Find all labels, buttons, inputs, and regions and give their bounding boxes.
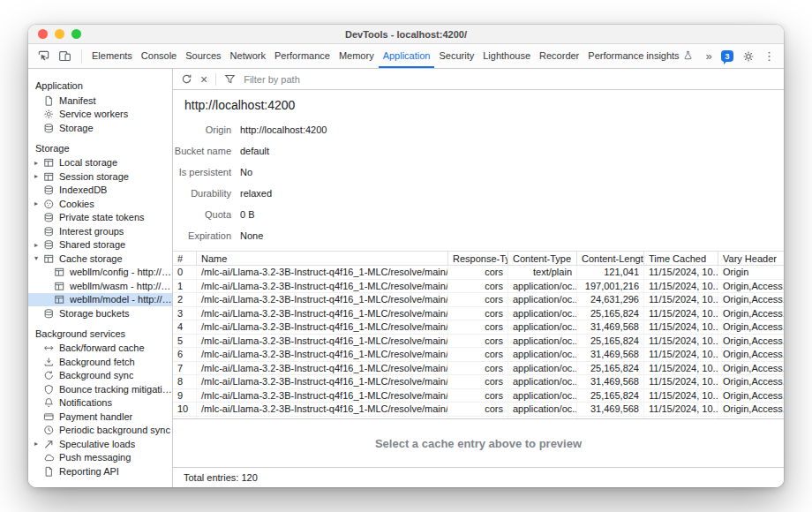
tab-recorder[interactable]: Recorder <box>535 44 583 68</box>
messages-badge[interactable]: 3 <box>721 50 733 62</box>
tab-performance[interactable]: Performance <box>270 44 335 68</box>
more-tabs-chevrons[interactable]: » <box>705 50 711 62</box>
sidebar-item-reporting-api[interactable]: Reporting API <box>28 464 172 478</box>
sidebar-item-webllm-model-http-loc[interactable]: webllm/model - http://loc... <box>28 293 172 307</box>
expand-expanded-icon[interactable]: ▾ <box>34 254 43 262</box>
cell-name: /mlc-ai/Llama-3.2-3B-Instruct-q4f16_1-ML… <box>196 280 447 293</box>
sidebar-item-periodic-background-sync[interactable]: Periodic background sync <box>28 424 172 438</box>
cache-entry-row[interactable]: 10/mlc-ai/Llama-3.2-3B-Instruct-q4f16_1-… <box>173 403 784 417</box>
detail-row-is-persistent: Is persistentNo <box>173 162 784 183</box>
cache-entry-row[interactable]: 8/mlc-ai/Llama-3.2-3B-Instruct-q4f16_1-M… <box>173 375 784 389</box>
sidebar-item-back-forward-cache[interactable]: Back/forward cache <box>28 342 172 356</box>
sidebar-item-background-sync[interactable]: Background sync <box>28 369 172 383</box>
cell-content-length: 25,165,824 <box>576 389 643 403</box>
tab-label: Sources <box>185 50 221 61</box>
cache-entry-row[interactable]: 9/mlc-ai/Llama-3.2-3B-Instruct-q4f16_1-M… <box>173 389 784 403</box>
column-header-name[interactable]: Name <box>196 252 447 265</box>
delete-icon[interactable]: × <box>200 73 207 86</box>
tab-application[interactable]: Application <box>379 44 435 68</box>
tab-lighthouse[interactable]: Lighthouse <box>478 44 535 68</box>
cell-content-type: application/oc... <box>508 375 576 388</box>
more-options-kebab-icon[interactable]: ⋮ <box>763 50 775 62</box>
sidebar-item-service-workers[interactable]: Service workers <box>28 108 172 122</box>
cloud-icon <box>43 452 56 463</box>
sidebar-item-label: IndexedDB <box>59 184 107 195</box>
sidebar-item-webllm-wasm-http-loca[interactable]: webllm/wasm - http://loca... <box>28 279 172 293</box>
tab-security[interactable]: Security <box>434 44 478 68</box>
cache-toolbar: × <box>173 69 784 90</box>
filter-input[interactable] <box>244 74 438 85</box>
column-header-vary-header[interactable]: Vary Header <box>718 252 784 265</box>
inspect-icon[interactable] <box>37 49 50 63</box>
tab-console[interactable]: Console <box>137 44 181 68</box>
tab-network[interactable]: Network <box>226 44 270 68</box>
cell-time-cached: 11/15/2024, 10... <box>643 403 718 416</box>
cell-time-cached: 11/15/2024, 10... <box>643 266 718 279</box>
statusbar: Total entries: 120 <box>173 467 784 487</box>
table-icon <box>43 157 56 169</box>
cell-content-length: 121,041 <box>576 266 643 279</box>
sidebar-item-label: Back/forward cache <box>59 343 145 353</box>
cell-num: 9 <box>173 389 196 403</box>
cell-name: /mlc-ai/Llama-3.2-3B-Instruct-q4f16_1-ML… <box>196 375 447 388</box>
sidebar-item-label: webllm/wasm - http://loca... <box>70 281 172 291</box>
refresh-icon[interactable] <box>181 73 192 85</box>
expand-collapsed-icon[interactable]: ▸ <box>34 200 43 207</box>
close-button[interactable] <box>38 29 48 39</box>
tab-performance-insights[interactable]: Performance insights <box>583 44 696 68</box>
sidebar-item-speculative-loads[interactable]: ▸Speculative loads <box>28 437 172 451</box>
sidebar-item-private-state-tokens[interactable]: Private state tokens <box>28 211 172 225</box>
zoom-button[interactable] <box>71 29 81 39</box>
sidebar-item-payment-handler[interactable]: Payment handler <box>28 410 172 424</box>
expand-collapsed-icon[interactable]: ▸ <box>34 172 43 180</box>
sidebar-item-cache-storage[interactable]: ▾Cache storage <box>28 252 172 266</box>
cache-entry-row[interactable]: 1/mlc-ai/Llama-3.2-3B-Instruct-q4f16_1-M… <box>173 280 784 294</box>
cell-vary-header: Origin,Access... <box>718 348 784 361</box>
settings-gear-icon[interactable] <box>742 50 755 63</box>
column-header-response-type[interactable]: Response-Type <box>447 252 508 265</box>
sidebar-item-shared-storage[interactable]: ▸Shared storage <box>28 238 172 252</box>
cache-entry-row[interactable]: 2/mlc-ai/Llama-3.2-3B-Instruct-q4f16_1-M… <box>173 293 784 307</box>
cell-vary-header: Origin,Access... <box>718 362 784 375</box>
cache-entry-row[interactable]: 0/mlc-ai/Llama-3.2-3B-Instruct-q4f16_1-M… <box>173 266 784 280</box>
minimize-button[interactable] <box>55 29 64 39</box>
sidebar-item-storage-buckets[interactable]: Storage buckets <box>28 306 172 320</box>
cache-entry-row[interactable]: 3/mlc-ai/Llama-3.2-3B-Instruct-q4f16_1-M… <box>173 307 784 321</box>
tab-elements[interactable]: Elements <box>87 44 137 68</box>
column-header-num[interactable]: # <box>173 252 196 265</box>
sidebar-item-cookies[interactable]: ▸Cookies <box>28 197 172 211</box>
sidebar-item-session-storage[interactable]: ▸Session storage <box>28 169 172 184</box>
tab-label: Console <box>141 50 177 61</box>
device-toolbar-icon[interactable] <box>58 49 71 63</box>
cell-name: /mlc-ai/Llama-3.2-3B-Instruct-q4f16_1-ML… <box>196 293 447 306</box>
filter-funnel-icon[interactable] <box>224 73 236 85</box>
expand-collapsed-icon[interactable]: ▸ <box>34 241 43 249</box>
sidebar-item-bounce-tracking-mitigations[interactable]: Bounce tracking mitigations <box>28 382 172 396</box>
tab-sources[interactable]: Sources <box>181 44 225 68</box>
sidebar-item-local-storage[interactable]: ▸Local storage <box>28 156 172 170</box>
sidebar-item-push-messaging[interactable]: Push messaging <box>28 451 172 465</box>
column-header-content-length[interactable]: Content-Length <box>576 252 643 265</box>
sidebar-item-manifest[interactable]: Manifest <box>28 94 172 108</box>
expand-collapsed-icon[interactable]: ▸ <box>34 159 43 167</box>
sidebar-item-label: Cache storage <box>59 253 123 264</box>
sidebar-item-label: Cookies <box>59 199 94 209</box>
expand-collapsed-icon[interactable]: ▸ <box>34 440 43 448</box>
titlebar[interactable]: DevTools - localhost:4200/ <box>28 25 784 44</box>
sidebar-item-webllm-config-http-loc[interactable]: webllm/config - http://loc... <box>28 266 172 280</box>
cache-entry-row[interactable]: 4/mlc-ai/Llama-3.2-3B-Instruct-q4f16_1-M… <box>173 320 784 335</box>
cell-time-cached: 11/15/2024, 10... <box>643 389 718 403</box>
sidebar-item-indexeddb[interactable]: IndexedDB <box>28 184 172 198</box>
cell-time-cached: 11/15/2024, 10... <box>643 280 718 293</box>
sidebar-item-storage[interactable]: Storage <box>28 121 172 135</box>
sidebar-item-background-fetch[interactable]: Background fetch <box>28 355 172 369</box>
cache-entry-row[interactable]: 5/mlc-ai/Llama-3.2-3B-Instruct-q4f16_1-M… <box>173 335 784 349</box>
cell-time-cached: 11/15/2024, 10... <box>643 335 718 348</box>
column-header-content-type[interactable]: Content-Type <box>508 252 576 265</box>
sidebar-item-interest-groups[interactable]: Interest groups <box>28 224 172 238</box>
tab-memory[interactable]: Memory <box>335 44 379 68</box>
cache-entry-row[interactable]: 6/mlc-ai/Llama-3.2-3B-Instruct-q4f16_1-M… <box>173 348 784 362</box>
column-header-time-cached[interactable]: Time Cached <box>643 252 718 265</box>
cache-entry-row[interactable]: 7/mlc-ai/Llama-3.2-3B-Instruct-q4f16_1-M… <box>173 362 784 376</box>
sidebar-item-notifications[interactable]: Notifications <box>28 396 172 410</box>
